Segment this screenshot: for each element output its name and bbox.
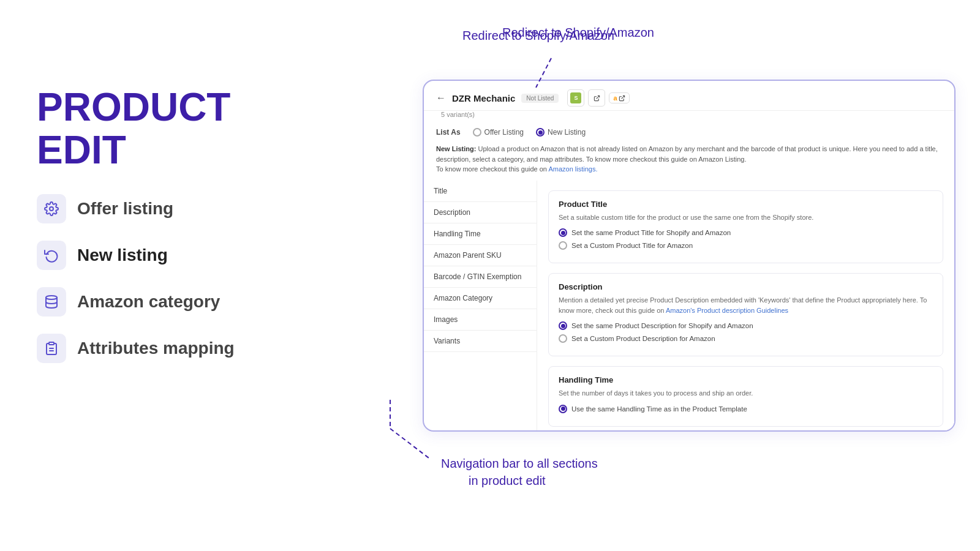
new-listing-label: New listing [77,246,168,265]
feature-nav-list: Offer listing New listing Amazon catego [37,194,294,363]
new-listing-radio-circle [536,128,545,137]
svg-line-6 [621,96,624,99]
svg-point-0 [50,207,53,211]
main-content: Title Description Handling Time Amazon P… [424,181,954,432]
nav-item-offer-listing[interactable]: Offer listing [37,194,294,223]
offer-listing-label: Offer listing [77,199,173,219]
offer-listing-icon-bg [37,194,66,223]
same-title-radio[interactable]: Set the same Product Title for Shopify a… [559,228,933,237]
product-header: ← DZR Mechanic Not Listed S a [424,81,954,111]
svg-text:in product edit: in product edit [469,474,546,487]
same-handling-circle [559,405,567,413]
attributes-mapping-label: Attributes mapping [77,339,235,358]
list-as-row: List As Offer Listing New Listing [424,123,954,141]
nav-item-attributes-mapping[interactable]: Attributes mapping [37,334,294,363]
info-bold: New Listing: [436,145,476,152]
title-section-desc: Set a suitable custom title for the prod… [559,212,933,223]
offer-listing-radio[interactable]: Offer Listing [473,128,524,137]
back-button[interactable]: ← [436,92,446,103]
custom-desc-circle [559,334,567,343]
nav-item-amazon-category[interactable]: Amazon category [37,287,294,317]
section-nav: Title Description Handling Time Amazon P… [424,181,537,432]
top-annotation-label: Redirect to Shopify/Amazon [502,26,654,40]
amazon-desc-guidelines-link[interactable]: Amazon's Product description Guidelines [666,307,788,314]
same-desc-circle [559,321,567,330]
custom-title-radio[interactable]: Set a Custom Product Title for Amazon [559,241,933,250]
same-desc-radio[interactable]: Set the same Product Description for Sho… [559,321,933,330]
section-nav-images[interactable]: Images [424,309,537,331]
shopify-logo: S [570,92,581,103]
section-content: Product Title Set a suitable custom titl… [537,181,954,432]
info-guide-prefix: To know more checkout this guide on [436,165,548,173]
new-listing-radio[interactable]: New Listing [536,128,586,137]
header-icons: S a [567,89,629,107]
same-title-circle [559,228,567,237]
page-title: PRODUCT EDIT [37,86,294,172]
amazon-category-icon-bg [37,287,66,317]
offer-listing-option-label: Offer Listing [484,128,524,137]
custom-title-circle [559,241,567,250]
refresh-icon [44,248,59,263]
shopify-external-link[interactable] [588,89,605,107]
left-panel: PRODUCT EDIT Offer listing New listing [37,86,294,363]
section-nav-handling-time[interactable]: Handling Time [424,223,537,245]
external-link-icon [594,95,600,102]
description-section-card: Description Mention a detailed yet preci… [548,273,943,356]
nav-item-new-listing[interactable]: New listing [37,241,294,270]
title-section-card: Product Title Set a suitable custom titl… [548,190,943,264]
handling-time-section-card: Handling Time Set the number of days it … [548,366,943,427]
description-section-heading: Description [559,282,933,291]
list-as-label: List As [436,128,461,137]
amazon-category-label: Amazon category [77,292,220,312]
section-nav-amazon-parent-sku[interactable]: Amazon Parent SKU [424,245,537,266]
svg-text:Navigation bar to all sections: Navigation bar to all sections [441,457,598,470]
info-body: Upload a product on Amazon that is not a… [436,145,938,163]
svg-rect-2 [49,342,54,345]
gear-icon [44,201,59,216]
clipboard-icon [44,341,59,356]
custom-desc-label: Set a Custom Product Description for Ama… [571,335,715,342]
amazon-logo: a [613,94,617,102]
not-listed-badge: Not Listed [521,94,559,103]
same-handling-label: Use the same Handling Time as in the Pro… [571,405,747,413]
section-nav-amazon-category[interactable]: Amazon Category [424,288,537,309]
section-nav-barcode-gtin[interactable]: Barcode / GTIN Exemption [424,266,537,288]
product-name: DZR Mechanic [452,93,515,103]
description-section-desc: Mention a detailed yet precise Product D… [559,295,933,315]
title-section-heading: Product Title [559,200,933,209]
same-handling-radio[interactable]: Use the same Handling Time as in the Pro… [559,405,933,413]
product-edit-panel: ← DZR Mechanic Not Listed S a [423,80,956,432]
section-nav-title[interactable]: Title [424,181,537,202]
amazon-external-link-icon [619,95,625,102]
custom-title-label: Set a Custom Product Title for Amazon [571,242,693,249]
new-listing-icon-bg [37,241,66,270]
variant-count: 5 variant(s) [424,111,954,123]
svg-line-10 [390,429,429,458]
same-desc-label: Set the same Product Description for Sho… [571,322,753,329]
info-text-block: New Listing: Upload a product on Amazon … [424,141,954,181]
handling-time-desc: Set the number of days it takes you to p… [559,388,933,399]
offer-listing-radio-circle [473,128,481,137]
amazon-listings-link[interactable]: Amazon listings. [548,165,597,173]
custom-desc-radio[interactable]: Set a Custom Product Description for Ama… [559,334,933,343]
section-nav-variants[interactable]: Variants [424,331,537,352]
new-listing-option-label: New Listing [548,128,586,137]
same-title-label: Set the same Product Title for Shopify a… [571,229,731,236]
svg-line-5 [596,96,599,99]
handling-time-section-heading: Handling Time [559,375,933,384]
svg-point-1 [46,296,57,299]
shopify-icon-btn[interactable]: S [567,89,584,107]
section-nav-description[interactable]: Description [424,202,537,223]
database-icon [44,294,59,309]
attributes-mapping-icon-bg [37,334,66,363]
amazon-icon-btn[interactable]: a [609,92,629,103]
